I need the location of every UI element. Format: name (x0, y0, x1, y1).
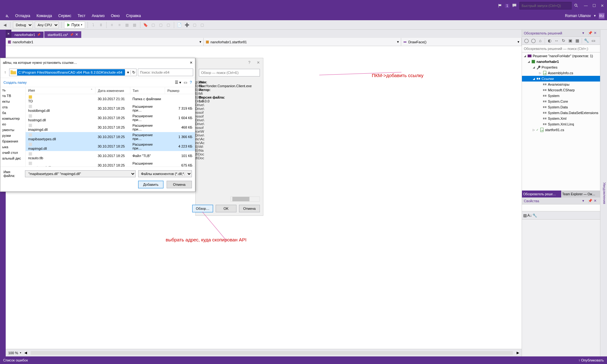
menu-item[interactable]: Команда (33, 12, 55, 19)
sidebar-item[interactable]: бражения (0, 138, 25, 144)
refmgr-search-input[interactable] (199, 69, 260, 76)
sidebar-item[interactable]: компьютер (0, 116, 25, 121)
sidebar-item[interactable]: альный дис (0, 155, 25, 161)
close-icon[interactable]: ✕ (594, 199, 598, 203)
step-icon[interactable]: ⤵ (90, 22, 96, 28)
close-icon[interactable]: ✕ (75, 33, 78, 37)
cancel-button[interactable]: Отмена (239, 205, 260, 212)
scope-icon[interactable]: ◐ (546, 38, 553, 44)
step-icon[interactable]: ⏸ (98, 22, 104, 28)
indent-icon[interactable]: ≡ (109, 22, 115, 28)
search-icon[interactable] (574, 3, 579, 8)
ok-button[interactable]: OK (216, 205, 236, 212)
alpha-sort-icon[interactable]: A↓ (527, 213, 532, 218)
toggle-icon[interactable]: ▢ (166, 22, 171, 28)
menu-item[interactable]: а, (3, 12, 12, 19)
config-select[interactable]: Debug (13, 21, 33, 28)
sidebar-item[interactable]: екты (0, 99, 25, 104)
reference-node[interactable]: System.Data.DataSetExtensions (522, 110, 600, 116)
reference-node[interactable]: System.Xml.Linq (522, 121, 600, 127)
file-row[interactable]: hostmgd.dll30.10.2017 18:25Расширение пр… (26, 113, 195, 123)
new-item-icon[interactable]: 📄 (177, 22, 182, 28)
sidebar-item[interactable]: ба (0, 110, 25, 116)
pin-icon[interactable]: 📌 (588, 31, 592, 35)
file-row[interactable]: imapimgd.dll30.10.2017 18:25Расширение п… (26, 123, 195, 132)
reference-node[interactable]: System.Core (522, 99, 600, 104)
minimize-button[interactable]: — (584, 3, 588, 8)
class-dropdown[interactable]: nanoforhabr1.startfor81 ▾ (204, 38, 402, 46)
indent-icon[interactable]: ≡ (117, 22, 122, 28)
menu-item[interactable]: Окно (108, 12, 123, 19)
h-scrollbar[interactable] (230, 197, 260, 202)
pin-icon[interactable]: 📌 (70, 33, 73, 36)
menu-item[interactable]: Сервис (55, 12, 74, 19)
file-row[interactable]: mapimgd.dll30.10.2017 18:25Расширение пр… (26, 142, 195, 151)
bookmark-icon[interactable]: 🔖 (143, 22, 149, 28)
refresh-icon[interactable]: ↻ (560, 38, 567, 44)
preview-icon[interactable]: ▭ (590, 38, 597, 44)
format-icon[interactable]: ▢ (199, 22, 205, 28)
properties-node[interactable]: ◢Properties (522, 64, 600, 70)
surround-icon[interactable]: ▢ (192, 22, 198, 28)
quick-launch-input[interactable] (519, 2, 572, 9)
menu-item[interactable]: Тест (74, 12, 89, 19)
close-button[interactable]: ✕ (600, 3, 604, 8)
notification-badge[interactable]: 1 (505, 4, 509, 8)
address-bar[interactable]: C:\Program Files\Nanosoft\nanoCAD x64 Pl… (9, 69, 137, 76)
categorize-icon[interactable]: ▤ (523, 213, 527, 218)
sidebar-item[interactable]: ота (0, 104, 25, 110)
user-account[interactable]: Roman Ulianov ▼ RU (565, 13, 604, 19)
editor-tab[interactable]: nanoforhabr1 📌 (11, 32, 44, 38)
member-dropdown[interactable]: DrawFace() ▾ (401, 38, 522, 46)
view-icon[interactable]: ☰ ▾ (175, 80, 181, 85)
new-folder-button[interactable]: Создать папку (3, 81, 27, 84)
comment-icon[interactable]: ▦ (124, 22, 130, 28)
tab-solution-explorer[interactable]: Обозреватель реше… (522, 191, 561, 197)
help-icon[interactable]: ? (190, 80, 192, 85)
sidebar-item[interactable]: та ТВ (0, 93, 25, 99)
collapse-icon[interactable]: ▣ (567, 38, 573, 44)
tab-overflow-icon[interactable]: ✕ (6, 30, 11, 38)
dropdown-icon[interactable]: ▾ (125, 70, 131, 75)
solution-node[interactable]: ◢Решение "nanoForHabr" (проектов: 1) (522, 53, 600, 59)
file-list[interactable]: Имя ˄ Дата изменения Тип Размер TD30.10.… (26, 87, 195, 167)
menu-item[interactable]: Анализ (89, 12, 108, 19)
file-node[interactable]: ▷C#AssemblyInfo.cs (522, 70, 600, 76)
file-node[interactable]: ▷✓C#startfor81.cs (522, 127, 600, 133)
sidebar-item[interactable]: ыка (0, 144, 25, 150)
start-button[interactable]: Пуск ▾ (64, 21, 85, 28)
tab-team-explorer[interactable]: Team Explorer — Ож… (561, 191, 600, 197)
preview-icon[interactable]: ▭ (184, 80, 187, 85)
menu-item[interactable]: Справка (123, 12, 144, 19)
file-row[interactable]: TD30.10.2017 21:31Папка с файлами (26, 94, 195, 104)
file-row[interactable]: nrxgatemgd.dll30.10.2017 18:25Расширение… (26, 161, 195, 167)
project-node[interactable]: ◢nanoforhabr1 (522, 59, 600, 64)
refresh-icon[interactable]: ↻ (131, 70, 136, 75)
show-all-icon[interactable]: ▦ (574, 38, 580, 44)
dropdown-icon[interactable]: ▾ (582, 199, 587, 203)
wrench-icon[interactable]: 🔧 (532, 213, 537, 218)
dialog-search-input[interactable] (138, 69, 193, 76)
toggle-icon[interactable]: ▢ (150, 22, 156, 28)
file-row[interactable]: hostdbmgd.dll30.10.2017 18:25Расширение … (26, 104, 195, 113)
filename-input[interactable]: "mapibasetypes.dll" "mapimgd.dll" (25, 170, 136, 177)
reference-node[interactable]: Анализаторы (522, 82, 600, 87)
address-text[interactable]: C:\Program Files\Nanosoft\nanoCAD x64 Pl… (17, 69, 125, 76)
browse-button[interactable]: Обзор… (192, 205, 213, 212)
file-row[interactable]: mapibasetypes.dll30.10.2017 18:25Расшире… (26, 132, 195, 142)
references-node[interactable]: ◢Ссылки (522, 76, 600, 82)
pin-icon[interactable]: 📌 (588, 199, 592, 203)
back-icon[interactable]: ◯ (523, 38, 530, 44)
forward-icon[interactable]: ◯ (530, 38, 536, 44)
home-icon[interactable]: ⌂ (537, 38, 543, 44)
add-icon[interactable]: ➕ (184, 22, 190, 28)
menu-item[interactable]: Отладка (12, 12, 33, 19)
file-row[interactable]: ncauto.tlb30.10.2017 18:25Файл "TLB"101 … (26, 151, 195, 161)
toggle-icon[interactable]: ▢ (158, 22, 164, 28)
nav-back-icon[interactable]: ◀ (2, 22, 8, 28)
up-icon[interactable]: ↑ (2, 70, 8, 75)
flag-icon[interactable] (498, 3, 502, 8)
notifications-strip[interactable]: Уведомления (600, 30, 607, 356)
sync-icon[interactable]: ↔ (553, 38, 560, 44)
sidebar-item[interactable]: ть (0, 87, 25, 93)
